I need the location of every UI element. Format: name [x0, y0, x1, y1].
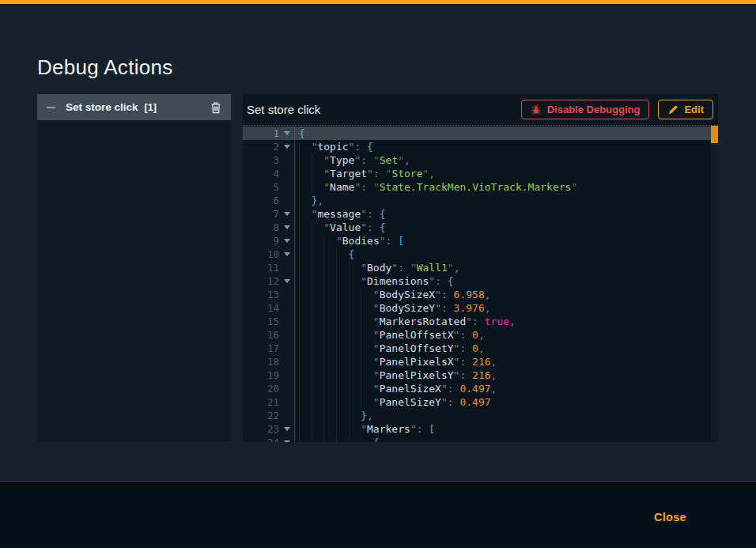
code-line[interactable]: 18"PanelPixelsX": 216, — [243, 355, 718, 368]
indent-guide — [323, 409, 336, 422]
code-token: "Target" — [323, 168, 373, 180]
action-group-header[interactable]: Set store click [1] — [37, 94, 231, 120]
delete-action-button[interactable] — [210, 101, 221, 114]
line-number: 4 — [243, 167, 279, 180]
edit-button[interactable]: Edit — [658, 100, 713, 119]
code-token: "PanelSizeY" — [373, 396, 448, 408]
code-line[interactable]: 17"PanelOffsetY": 0, — [243, 342, 718, 355]
collapse-minus-icon[interactable] — [47, 107, 55, 108]
code-content: "PanelOffsetY": 0, — [295, 342, 718, 355]
code-token: , — [509, 316, 516, 327]
code-token: "PanelSizeX" — [373, 383, 448, 395]
gutter-cell: 16 — [243, 328, 295, 342]
indent-guide — [336, 288, 349, 301]
indent-guide — [312, 382, 324, 395]
code-line[interactable]: 8"Value": { — [243, 221, 718, 234]
chevron-down-icon — [284, 212, 290, 216]
gutter-cell: 13 — [243, 288, 295, 301]
fold-arrow-icon[interactable] — [279, 207, 294, 221]
code-content: { — [295, 127, 718, 140]
line-number: 11 — [243, 261, 279, 274]
code-line[interactable]: 21"PanelSizeY": 0.497 — [243, 395, 718, 409]
fold-arrow-icon[interactable] — [279, 234, 294, 248]
code-line[interactable]: 1{ — [243, 127, 718, 140]
code-line[interactable]: 13"BodySizeX": 6.958, — [243, 288, 718, 301]
code-line[interactable]: 3"Type": "Set", — [243, 153, 718, 167]
fold-arrow-icon[interactable] — [279, 274, 294, 288]
fold-arrow-icon[interactable] — [279, 248, 294, 261]
json-editor[interactable]: 1{2"topic": {3"Type": "Set",4"Target": "… — [243, 126, 718, 442]
code-content: "BodySizeY": 3.976, — [295, 301, 718, 315]
code-line[interactable]: 9"Bodies": [ — [243, 234, 718, 248]
indent-guide — [349, 342, 361, 355]
indent-guide — [299, 221, 312, 234]
indent-guide — [361, 382, 373, 395]
gutter-cell: 1 — [243, 127, 295, 140]
editor-scrollbar-thumb[interactable] — [711, 126, 718, 143]
fold-arrow-icon[interactable] — [279, 422, 294, 436]
code-line[interactable]: 12"Dimensions": { — [243, 274, 718, 288]
code-token: 216 — [472, 369, 490, 381]
code-token: "State.TrackMen.VioTrack.Markers" — [373, 181, 577, 193]
code-line[interactable]: 11"Body": "Wall1", — [243, 261, 718, 274]
code-token: 0.497 — [459, 396, 490, 408]
indent-guide — [299, 167, 312, 180]
code-line[interactable]: 14"BodySizeY": 3.976, — [243, 301, 718, 315]
indent-guide — [349, 328, 361, 342]
fold-slot — [279, 315, 294, 328]
code-line[interactable]: 7"message": { — [243, 207, 718, 221]
indent-guide — [349, 395, 361, 409]
chevron-down-icon — [284, 239, 290, 243]
code-line[interactable]: 19"PanelPixelsY": 216, — [243, 368, 718, 382]
editor-scrollbar-track[interactable] — [711, 126, 718, 442]
indent-guide — [312, 395, 324, 409]
code-line[interactable]: 5"Name": "State.TrackMen.VioTrack.Marker… — [243, 180, 718, 194]
indent-guide — [349, 382, 361, 395]
indent-guide — [323, 301, 336, 315]
code-line[interactable]: 6}, — [243, 194, 718, 207]
code-line[interactable]: 10{ — [243, 248, 718, 261]
indent-guide — [361, 355, 373, 368]
indent-guide — [312, 274, 324, 288]
fold-arrow-icon[interactable] — [279, 140, 294, 153]
indent-guide — [312, 288, 324, 301]
gutter-cell: 6 — [243, 194, 295, 207]
indent-guide — [312, 409, 324, 422]
gutter-cell: 24 — [243, 436, 295, 442]
fold-arrow-icon[interactable] — [279, 127, 294, 140]
chevron-down-icon — [284, 440, 290, 442]
code-token: true — [485, 316, 509, 327]
indent-guide — [336, 409, 349, 422]
line-number: 20 — [243, 382, 279, 395]
indent-guide — [323, 355, 336, 368]
indent-guide — [336, 342, 349, 355]
action-detail-header: Set store click Disable Debugging Edit — [243, 94, 718, 126]
fold-arrow-icon[interactable] — [279, 436, 294, 442]
close-button[interactable]: Close — [649, 510, 691, 524]
code-line[interactable]: 20"PanelSizeX": 0.497, — [243, 382, 718, 395]
fold-slot — [279, 355, 294, 368]
code-line[interactable]: 22}, — [243, 409, 718, 422]
code-content: "Type": "Set", — [295, 153, 718, 167]
indent-guide — [299, 342, 312, 355]
debug-actions-dialog: { "window": { "title": "Debug Actions" }… — [0, 0, 756, 548]
indent-guide — [299, 194, 312, 207]
indent-guide — [336, 368, 349, 382]
code-line[interactable]: 15"MarkersRotated": true, — [243, 315, 718, 328]
disable-debugging-button[interactable]: Disable Debugging — [521, 100, 650, 119]
fold-slot — [279, 180, 294, 194]
code-line[interactable]: 2"topic": { — [243, 140, 718, 153]
code-content: "Target": "Store", — [295, 167, 718, 180]
code-token: , — [485, 289, 491, 300]
code-content: { — [295, 436, 718, 442]
indent-guide — [323, 382, 336, 395]
code-line[interactable]: 23"Markers": [ — [243, 422, 718, 436]
indent-guide — [312, 315, 324, 328]
code-line[interactable]: 24{ — [243, 436, 718, 442]
code-line[interactable]: 16"PanelOffsetX": 0, — [243, 328, 718, 342]
indent-guide — [299, 207, 312, 221]
indent-guide — [349, 261, 361, 274]
code-line[interactable]: 4"Target": "Store", — [243, 167, 718, 180]
code-token: { — [299, 127, 305, 139]
fold-arrow-icon[interactable] — [279, 221, 294, 234]
